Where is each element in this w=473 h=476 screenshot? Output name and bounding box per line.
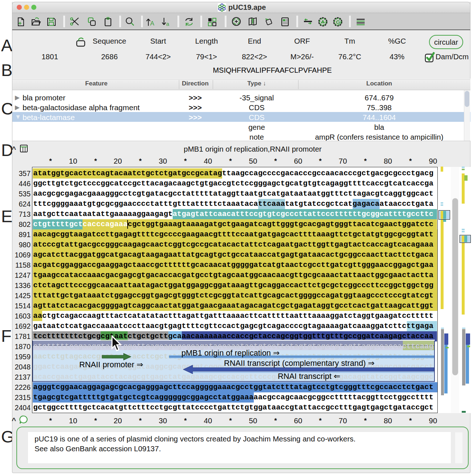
svg-text:G: G	[336, 19, 340, 25]
svg-text:A: A	[150, 20, 155, 27]
svg-text:a: a	[166, 21, 169, 27]
